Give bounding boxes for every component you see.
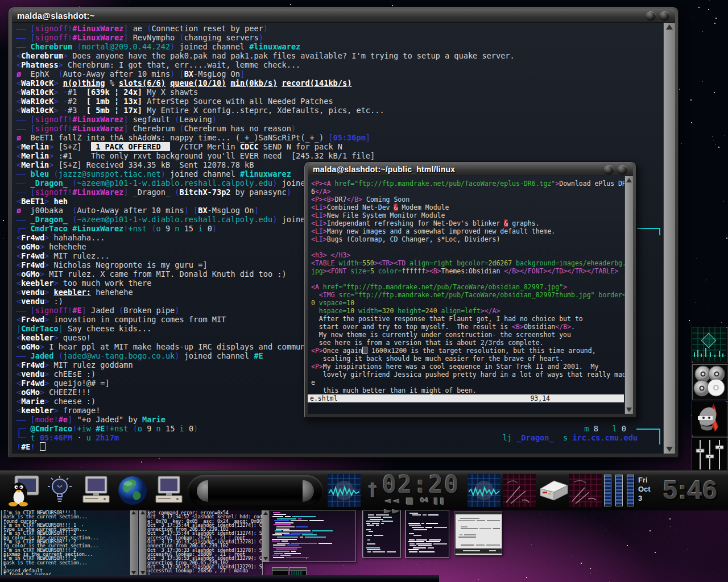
purple-grid-monitor-applet[interactable]	[503, 474, 536, 507]
terminal-line: <A href="ftp://ftp.mandrake.net/pub/Taco…	[308, 283, 624, 291]
terminal-line: 0 vspace=10	[308, 299, 624, 307]
mini-window-statusbar	[455, 548, 502, 554]
tux-penguin-icon[interactable]	[7, 474, 40, 507]
terminal-line	[308, 275, 624, 283]
titlebar-buttons	[604, 165, 633, 174]
mixer-sliders-applet[interactable]	[692, 437, 728, 473]
editor-terminal-window[interactable]: malda@slashdot:~/public_html/linux <P><A…	[304, 161, 637, 418]
syslog-output-text: ket command error: error=0x54 Oct 3 17:3…	[139, 510, 262, 579]
terminal-line: <WaR10cK> ·#2 [ 1mb ¦ 13x] AfterStep Sou…	[12, 97, 663, 106]
mini-terminal[interactable]	[405, 510, 449, 558]
workstation-icon[interactable]	[80, 474, 113, 507]
terminal-line: <LI>Many new images and a somewhat impro…	[308, 227, 624, 235]
terminal-line: <Merlin> :#1 The only rxvt background yo…	[12, 151, 663, 160]
terminal-line: <LI>Combined Net-Dev & Modem Module	[308, 203, 624, 211]
scroll-down-icon[interactable]	[140, 571, 145, 575]
scroll-up-icon[interactable]	[140, 511, 145, 514]
window-close-button[interactable]	[660, 11, 669, 20]
terminal-line: <P><A href="ftp://ftp.mandrake.net/pub/T…	[308, 180, 624, 188]
vim-filename: e.shtml	[308, 394, 337, 402]
rewind-stop-icons[interactable]: ◄◄ ■	[384, 496, 415, 506]
status-right-text: m 8 l 0	[584, 424, 626, 433]
mini-terminal-debug[interactable]: I'm in CTXT NEWCURSOR!!! 1 mask is the c…	[1, 510, 138, 576]
terminal-line: —— Cherebrum (mortal@209.0.44.242) joine…	[12, 42, 663, 51]
terminal-line: <WaR10cK> ·#3 [ 5mb ¦ 17x] My Entire X c…	[12, 106, 663, 115]
terminal-line: —— [signoff!#LinuxWarez] ae (Connection …	[12, 24, 663, 33]
terminal-line: My new theme is currently under construc…	[308, 331, 624, 339]
mini-scrollbar[interactable]	[262, 510, 270, 562]
taskbar: † 02:20 ◄◄ ■ 04 ▮▮ ►►	[0, 471, 728, 510]
terminal-line: <Phatness> Cherebrum: I got that, err...…	[12, 60, 663, 69]
load-meter-applet[interactable]	[604, 475, 635, 508]
mini-scrollbar[interactable]	[130, 510, 137, 576]
terminal-line: e	[308, 379, 624, 386]
tiny-window-titlebar[interactable]	[272, 568, 288, 571]
irc-window-titlebar[interactable]: malda@slashdot:~	[12, 9, 675, 23]
terminal-line: <LI>Bugs (Colormap, CD Changer, s*Loc, D…	[308, 235, 624, 243]
cd-track-number: 04	[420, 497, 429, 504]
terminal-line: <WaR10cK> ·#1 [639k ¦ 24x] My X shawts	[12, 88, 663, 97]
window-iconify-button[interactable]	[604, 165, 614, 174]
window-close-button[interactable]	[618, 165, 627, 174]
editor-scrollbar[interactable]	[624, 176, 633, 414]
terminal-line: this much better than it might of been.	[308, 386, 624, 394]
debug-output-text: I'm in CTXT NEWCURSOR!!! 1 mask is the c…	[2, 510, 137, 582]
lightbulb-icon[interactable]	[43, 474, 76, 507]
terminal-line	[308, 243, 624, 251]
ninja-mascot-icon[interactable]	[692, 401, 728, 437]
cd-transport-controls[interactable]: ◄◄ ■ 04 ▮▮ ►►	[384, 496, 465, 516]
terminal-line: ø BeET1 fallZ inta thA shAdoWs: nappy ti…	[12, 133, 663, 142]
terminal-line: <IMG src="ftp://ftp.mandrake.net/pub/Tac…	[308, 291, 624, 299]
mini-terminal-content	[406, 510, 449, 555]
window-iconify-button[interactable]	[646, 11, 656, 20]
terminal-line: 6</A>	[308, 188, 624, 196]
scroll-up-icon[interactable]	[131, 511, 136, 514]
irc-window-title: malda@slashdot:~	[12, 11, 95, 20]
mini-terminal[interactable]	[362, 510, 401, 558]
text-cursor	[362, 347, 367, 354]
terminal-line: <h3> </H3>	[308, 251, 624, 259]
vim-cursor-position: 93,14	[530, 394, 550, 402]
scroll-down-icon[interactable]	[666, 447, 673, 452]
tiny-window-titlebar[interactable]	[289, 568, 306, 571]
mini-file-window[interactable]	[454, 511, 502, 555]
terminal-line: jpg><FONT size=5 color=ffffff><B>Themes:…	[308, 267, 624, 275]
mini-terminal-syslog[interactable]: ket command error: error=0x54 Oct 3 17:3…	[139, 510, 263, 576]
network-scope-applet[interactable]	[692, 327, 728, 363]
scroll-down-icon[interactable]	[263, 557, 268, 560]
purple-grid-monitor-applet[interactable]	[569, 474, 602, 507]
scroll-up-icon[interactable]	[263, 512, 268, 515]
terminal-line: —— [signoff!#LinuxWarez] RevNympho (chan…	[12, 33, 663, 42]
scroll-down-icon[interactable]	[626, 408, 632, 412]
date-month: Oct	[638, 485, 664, 494]
editor-text[interactable]: <P><A href="ftp://ftp.mandrake.net/pub/T…	[308, 176, 624, 414]
terminal-line: scaling it back should be much easier fo…	[308, 355, 624, 363]
cd-time-display: 02:20	[382, 471, 460, 498]
earth-globe-icon[interactable]	[116, 474, 149, 507]
terminal-line: ┌─ @CmdrTaco!+iw #E!+nst (o 9 n 15 i 0)m…	[12, 424, 663, 433]
cd-player-clock-applet[interactable]: † 02:20 ◄◄ ■ 04 ▮▮ ►►	[367, 473, 465, 509]
date-applet: Fri Oct 3	[638, 476, 664, 503]
terminal-line: —— [signoff!#LinuxWarez] segfault (Leavi…	[12, 115, 663, 124]
terminal-line: start over and try to top myself. The re…	[308, 323, 624, 331]
scroll-up-icon[interactable]	[666, 24, 673, 30]
wharf-recess	[188, 475, 323, 507]
load-meter-bar	[615, 475, 623, 506]
audio-scope-applet[interactable]	[468, 474, 500, 507]
terminal-line: <TABLE width=550><TR><TD align=right bgc…	[308, 259, 624, 267]
desktop: { "irc_window": { "title": "malda@slashd…	[0, 0, 728, 582]
clock-display: 5:46	[663, 475, 727, 505]
scroll-up-icon[interactable]	[626, 178, 632, 182]
terminal-line: <P>My inspirations here was a cool seque…	[308, 363, 624, 371]
workstation-icon[interactable]	[152, 474, 185, 507]
terminal-line: ø EphX (Auto-Away after 10 mins) [BX-Msg…	[12, 69, 663, 78]
hard-drive-icon[interactable]	[537, 474, 570, 507]
audio-scope-applet[interactable]	[328, 474, 361, 507]
editor-window-titlebar[interactable]: malda@slashdot:~/public_html/linux	[308, 163, 633, 176]
vim-statusline: e.shtml93,14	[308, 394, 624, 402]
mini-terminal-irc[interactable]	[262, 510, 355, 562]
cd-changer-applet[interactable]	[692, 364, 728, 400]
mini-scrollbar[interactable]	[139, 510, 147, 576]
irc-scrollbar[interactable]	[663, 23, 675, 454]
scroll-down-icon[interactable]	[131, 571, 136, 575]
